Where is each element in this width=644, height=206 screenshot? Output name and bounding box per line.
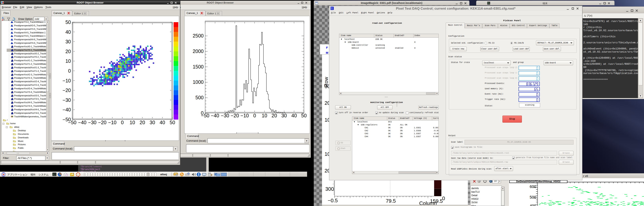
svg-text:−40: −40 bbox=[78, 120, 86, 125]
svg-text:−40: −40 bbox=[63, 107, 71, 112]
svg-text:0: 0 bbox=[253, 113, 256, 118]
svg-text:30: 30 bbox=[281, 113, 287, 118]
svg-text:0: 0 bbox=[68, 68, 71, 74]
svg-text:10: 10 bbox=[66, 58, 71, 64]
svg-text:50: 50 bbox=[66, 19, 71, 25]
svg-text:>_: >_ bbox=[53, 174, 54, 175]
svg-text:500: 500 bbox=[530, 195, 536, 199]
svg-text:40: 40 bbox=[291, 113, 297, 118]
svg-text:79.5: 79.5 bbox=[386, 198, 396, 204]
svg-text:40: 40 bbox=[66, 29, 71, 35]
svg-text:1500: 1500 bbox=[192, 64, 204, 69]
svg-text:20: 20 bbox=[66, 49, 71, 54]
svg-text:2000: 2000 bbox=[192, 48, 204, 54]
svg-text:−20: −20 bbox=[63, 87, 71, 93]
svg-text:−20: −20 bbox=[231, 113, 239, 118]
svg-text:2500: 2500 bbox=[192, 33, 204, 38]
svg-text:10: 10 bbox=[130, 120, 135, 125]
svg-text:−10: −10 bbox=[108, 120, 116, 125]
svg-text:−30: −30 bbox=[221, 113, 229, 118]
svg-text:50: 50 bbox=[301, 113, 307, 118]
svg-text:0: 0 bbox=[121, 120, 124, 125]
svg-text:30: 30 bbox=[150, 120, 155, 125]
svg-text:50: 50 bbox=[170, 120, 175, 125]
svg-text:30: 30 bbox=[66, 39, 71, 44]
svg-text:−20: −20 bbox=[98, 120, 106, 125]
svg-text:600: 600 bbox=[530, 185, 536, 189]
svg-text:−10: −10 bbox=[240, 113, 249, 118]
svg-text:@: @ bbox=[478, 181, 480, 183]
svg-text:0: 0 bbox=[201, 110, 204, 116]
svg-text:400: 400 bbox=[530, 204, 536, 206]
svg-text:0: 0 bbox=[442, 196, 445, 201]
svg-text:−30: −30 bbox=[63, 97, 71, 103]
svg-text:500: 500 bbox=[195, 95, 204, 100]
svg-text:−40: −40 bbox=[211, 113, 219, 118]
svg-text:20: 20 bbox=[140, 120, 145, 125]
svg-text:20: 20 bbox=[272, 113, 277, 118]
svg-text:40: 40 bbox=[160, 120, 165, 125]
svg-text:−30: −30 bbox=[88, 120, 96, 125]
svg-text:−10: −10 bbox=[63, 78, 71, 83]
svg-text:10: 10 bbox=[262, 113, 267, 118]
svg-text:−0.5: −0.5 bbox=[328, 198, 338, 204]
svg-text:1000: 1000 bbox=[192, 79, 204, 85]
svg-text:−50: −50 bbox=[63, 117, 71, 122]
svg-text:i: i bbox=[490, 180, 491, 183]
svg-text:300: 300 bbox=[325, 186, 334, 192]
